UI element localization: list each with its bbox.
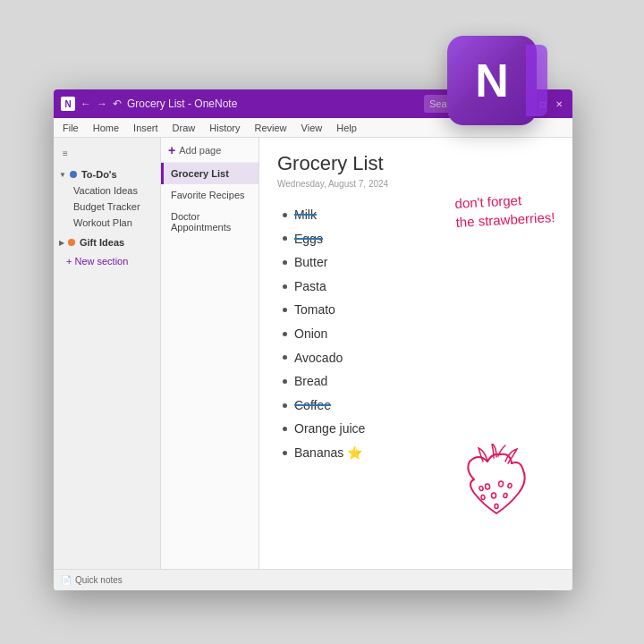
svg-point-4 [503,493,507,498]
onenote-decorative-block [526,45,547,116]
ribbon-view[interactable]: View [301,123,323,133]
todos-label: To-Do's [81,169,117,180]
svg-point-7 [479,486,483,491]
list-bullet [283,332,287,336]
item-bananas: Bananas ⭐ [294,441,362,465]
item-pasta: Pasta [294,275,326,299]
list-bullet [283,308,287,312]
ribbon-review[interactable]: Review [255,123,287,133]
svg-point-0 [485,484,490,490]
list-bullet [283,379,287,384]
list-item: Eggs [277,227,555,251]
sidebar-item-budget-tracker[interactable]: Budget Tracker [54,199,160,215]
ribbon-history[interactable]: History [209,123,240,133]
add-page-icon: + [168,143,175,157]
strawberry-drawing [447,444,546,542]
section-todos-header[interactable]: ▼ To-Do's [54,166,160,182]
svg-point-1 [498,481,504,487]
pages-panel: + Add page Grocery List Favorite Recipes… [161,138,259,569]
onenote-app-icon: N [447,36,537,125]
add-page-button[interactable]: + Add page [161,138,258,163]
page-grocery-list[interactable]: Grocery List [161,163,258,184]
page-favorite-recipes[interactable]: Favorite Recipes [161,184,258,206]
back-button[interactable]: ← [80,97,91,110]
nav-buttons: ← → ↶ [80,97,122,110]
onenote-window: N ← → ↶ Grocery List - OneNote ─ □ ✕ Fil… [54,89,572,590]
svg-point-3 [480,495,485,500]
page-doctor-appointments[interactable]: Doctor Appointments [161,206,258,238]
list-item: Pasta [277,275,555,299]
todos-dot [70,171,77,178]
page-title: Grocery List [277,152,555,175]
svg-point-2 [492,493,496,498]
item-avocado: Avocado [294,346,343,370]
ribbon-file[interactable]: File [63,123,79,133]
list-bullet [283,355,287,360]
list-bullet [283,284,287,289]
item-coffee: Coffee [294,394,331,418]
section-gift-header[interactable]: ▶ Gift Ideas [54,234,160,250]
list-bullet [283,260,287,265]
svg-point-5 [495,504,498,509]
expand-arrow-gift: ▶ [59,239,64,247]
list-bullet [283,403,287,408]
ribbon-draw[interactable]: Draw [173,123,196,133]
item-butter: Butter [294,250,327,275]
ribbon-help[interactable]: Help [336,123,357,133]
ribbon-insert[interactable]: Insert [133,123,158,133]
quick-notes-label[interactable]: Quick notes [75,575,123,585]
page-date: Wednesday, August 7, 2024 [277,179,555,189]
grocery-list: Milk Eggs Butter Pasta Tomato [277,203,555,465]
list-bullet [283,213,287,217]
page-content: Grocery List Wednesday, August 7, 2024 M… [259,138,572,569]
list-item: Avocado [277,346,555,370]
sidebar-toggle[interactable]: ≡ [57,145,73,161]
list-item: Butter [277,250,555,275]
list-item: Orange juice [277,417,555,441]
onenote-letter: N [475,57,509,104]
sidebar-item-vacation-ideas[interactable]: Vacation Ideas [54,182,160,199]
list-bullet [283,451,287,455]
add-page-label: Add page [179,145,221,156]
item-orange-juice: Orange juice [294,417,365,441]
gift-label: Gift Ideas [80,237,124,248]
gift-dot [68,239,75,246]
item-milk: Milk [294,203,317,227]
window-title: Grocery List - OneNote [127,97,424,110]
item-bread: Bread [294,369,327,394]
list-item: Tomato [277,298,555,322]
section-todos: ▼ To-Do's Vacation Ideas Budget Tracker … [54,165,160,233]
bottom-bar: 📄 Quick notes [54,569,572,590]
sidebar-item-workout-plan[interactable]: Workout Plan [54,215,160,231]
window-body: ≡ ▼ To-Do's Vacation Ideas Budget Tracke… [54,138,572,569]
item-tomato: Tomato [294,298,335,322]
item-onion: Onion [294,322,327,346]
svg-point-6 [507,483,512,488]
list-item: Coffee [277,394,555,418]
undo-button[interactable]: ↶ [113,97,122,110]
new-section-icon: + [66,256,72,267]
ribbon-home[interactable]: Home [93,123,119,133]
item-eggs: Eggs [294,227,323,251]
sidebar: ≡ ▼ To-Do's Vacation Ideas Budget Tracke… [54,138,161,569]
new-section-label: New section [74,256,128,267]
list-item: Onion [277,322,555,346]
section-gift-ideas: ▶ Gift Ideas [54,233,160,252]
quick-notes-icon: 📄 [61,575,72,585]
expand-arrow-todos: ▼ [59,171,66,179]
handwritten-note: don't forgetthe strawberries! [454,189,555,232]
list-bullet [283,236,287,241]
new-section-button[interactable]: + New section [54,252,160,270]
close-button[interactable]: ✕ [553,97,565,110]
app-logo: N [61,97,75,111]
list-bullet [283,427,287,431]
forward-button[interactable]: → [97,97,107,110]
list-item: Bread [277,369,555,394]
